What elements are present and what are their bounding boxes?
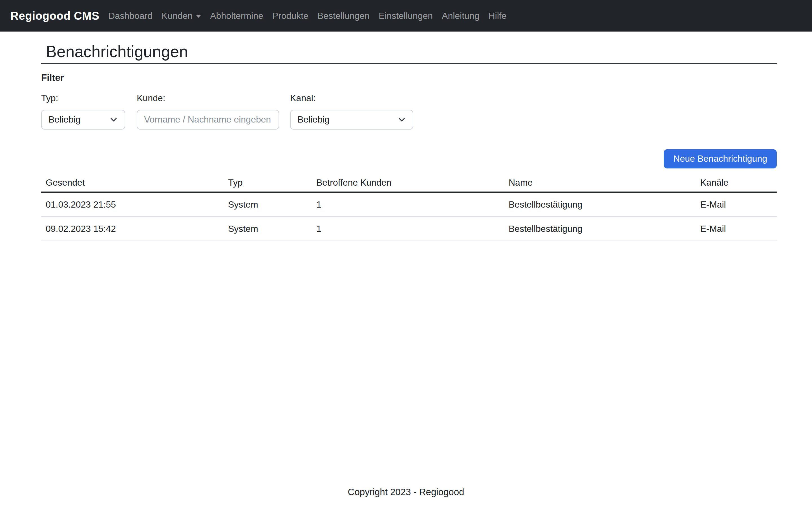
cell-typ: System [223,217,312,241]
chevron-down-icon [398,116,405,123]
kanal-select-value: Beliebig [297,114,329,125]
nav-item-label: Hilfe [488,11,506,21]
column-header-betroffene-kunden: Betroffene Kunden [312,172,504,192]
nav-item-einstellungen[interactable]: Einstellungen [374,8,437,24]
typ-select[interactable]: Beliebig [41,110,125,129]
main-content: Benachrichtigungen Filter Typ: Beliebig … [41,32,777,241]
kunde-search-input[interactable] [137,110,279,129]
filter-row: Typ: Beliebig Kunde: Kanal: Beliebig [41,83,777,129]
actions-row: Neue Benachrichtigung [41,149,777,168]
page-root: Regiogood CMS Dashboard Kunden Abholterm… [0,0,812,507]
table-row: 09.02.2023 15:42 System 1 Bestellbestäti… [41,217,777,241]
kanal-label: Kanal: [290,93,413,104]
cell-kanaele: E-Mail [696,192,777,217]
column-header-name: Name [504,172,696,192]
nav-item-bestellungen[interactable]: Bestellungen [313,8,374,24]
cell-gesendet: 09.02.2023 15:42 [41,217,223,241]
top-navbar: Regiogood CMS Dashboard Kunden Abholterm… [0,0,812,32]
table-header-row: Gesendet Typ Betroffene Kunden Name Kanä… [41,172,777,192]
cell-kanaele: E-Mail [696,217,777,241]
nav-item-label: Bestellungen [317,11,370,21]
notifications-table: Gesendet Typ Betroffene Kunden Name Kanä… [41,172,777,241]
cell-gesendet: 01.03.2023 21:55 [41,192,223,217]
table-header: Gesendet Typ Betroffene Kunden Name Kanä… [41,172,777,192]
table-body: 01.03.2023 21:55 System 1 Bestellbestäti… [41,192,777,241]
nav-item-label: Produkte [272,11,308,21]
nav-item-anleitung[interactable]: Anleitung [437,8,484,24]
column-header-typ: Typ [223,172,312,192]
nav-item-label: Einstellungen [378,11,433,21]
kunde-label: Kunde: [137,93,290,104]
filter-group-kunde: Kunde: [137,83,290,129]
nav-item-produkte[interactable]: Produkte [268,8,313,24]
column-header-gesendet: Gesendet [41,172,223,192]
filter-group-kanal: Kanal: Beliebig [290,83,413,129]
nav-item-label: Kunden [161,11,193,21]
column-header-kanaele: Kanäle [696,172,777,192]
nav-item-dashboard[interactable]: Dashboard [104,8,157,24]
title-divider [41,63,777,64]
nav-item-kunden[interactable]: Kunden [157,8,206,24]
brand-link[interactable]: Regiogood CMS [10,10,99,22]
table-row: 01.03.2023 21:55 System 1 Bestellbestäti… [41,192,777,217]
footer: Copyright 2023 - Regiogood [0,486,812,498]
caret-down-icon [196,15,201,18]
cell-betroffene-kunden: 1 [312,217,504,241]
typ-label: Typ: [41,93,137,104]
new-notification-button[interactable]: Neue Benachrichtigung [664,149,777,168]
nav-item-label: Abholtermine [210,11,263,21]
cell-name: Bestellbestätigung [504,217,696,241]
cell-name: Bestellbestätigung [504,192,696,217]
cell-betroffene-kunden: 1 [312,192,504,217]
filter-group-typ: Typ: Beliebig [41,83,137,129]
nav-item-abholtermine[interactable]: Abholtermine [206,8,268,24]
typ-select-value: Beliebig [49,114,81,125]
nav-item-label: Anleitung [442,11,479,21]
chevron-down-icon [110,116,117,123]
page-title: Benachrichtigungen [46,43,777,61]
nav-item-label: Dashboard [108,11,153,21]
nav-item-hilfe[interactable]: Hilfe [484,8,511,24]
filter-heading: Filter [41,72,777,83]
kanal-select[interactable]: Beliebig [290,110,413,129]
navbar-menu: Dashboard Kunden Abholtermine Produkte B… [104,8,511,24]
cell-typ: System [223,192,312,217]
copyright-text: Copyright 2023 - Regiogood [348,487,464,497]
